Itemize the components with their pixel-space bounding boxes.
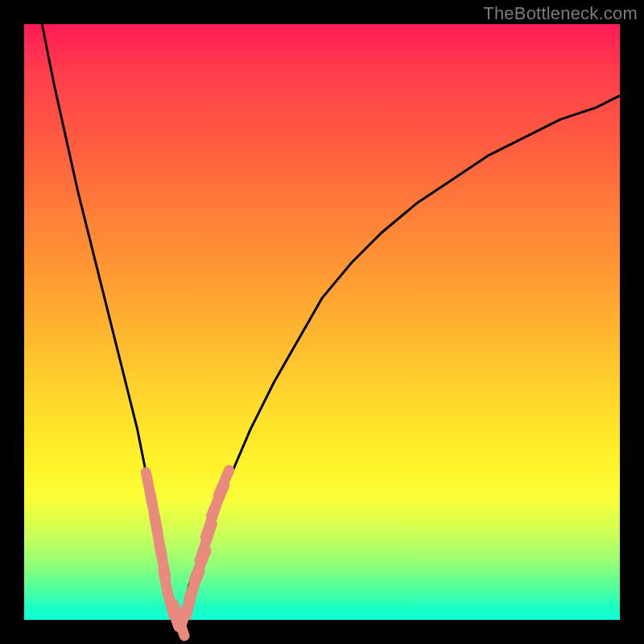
watermark-label: TheBottleneck.com [483,3,638,24]
bottleneck-curve [42,24,620,620]
plot-area [24,24,620,620]
chart-frame: TheBottleneck.com [0,0,644,644]
curve-layer [24,24,620,620]
curve-marker [218,470,229,495]
